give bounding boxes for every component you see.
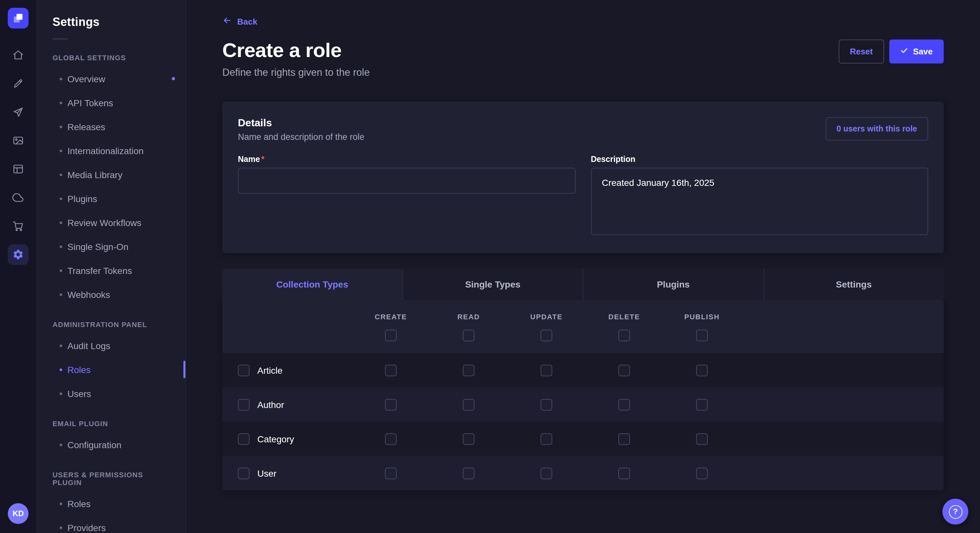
tab-settings[interactable]: Settings	[763, 269, 944, 300]
category-create-checkbox[interactable]	[385, 433, 397, 444]
category-delete-checkbox[interactable]	[618, 433, 630, 444]
article-create-checkbox[interactable]	[385, 364, 397, 376]
subnav-item-email-plugin-configuration[interactable]: Configuration	[37, 433, 185, 457]
nav-media-library-button[interactable]	[8, 130, 29, 151]
article-read-checkbox[interactable]	[463, 364, 474, 376]
select-all-update-checkbox[interactable]	[541, 330, 552, 341]
author-create-checkbox[interactable]	[385, 399, 397, 410]
tab-collection-types[interactable]: Collection Types	[222, 269, 402, 300]
details-card-header: Details Name and description of the role…	[238, 117, 928, 142]
nav-cloud-button[interactable]	[8, 187, 29, 208]
users-with-role-button[interactable]: 0 users with this role	[826, 117, 928, 141]
content-manager-pen-icon	[12, 78, 24, 89]
name-input[interactable]	[238, 168, 575, 194]
nav-settings-gear-button[interactable]	[8, 244, 29, 265]
tab-plugins[interactable]: Plugins	[583, 269, 763, 300]
category-update-checkbox[interactable]	[541, 433, 552, 444]
bullet-icon	[60, 78, 62, 80]
question-mark-icon: ?	[948, 505, 962, 519]
bullet-icon	[60, 293, 62, 296]
subnav-item-global-settings-api-tokens[interactable]: API Tokens	[37, 90, 185, 115]
subnav-item-global-settings-webhooks[interactable]: Webhooks	[37, 282, 185, 306]
category-read-checkbox[interactable]	[463, 433, 474, 444]
back-arrow-icon	[222, 16, 232, 27]
back-label: Back	[237, 16, 257, 26]
user-avatar[interactable]: KD	[8, 503, 29, 524]
subnav-item-global-settings-single-sign-on[interactable]: Single Sign-On	[37, 235, 185, 259]
page-title: Create a role	[222, 38, 944, 63]
reset-button[interactable]: Reset	[839, 40, 884, 63]
subnav-item-global-settings-media-library[interactable]: Media Library	[37, 163, 185, 187]
subnav-item-users-permissions-plugin-roles[interactable]: Roles	[37, 492, 185, 516]
select-all-create-checkbox[interactable]	[385, 330, 397, 341]
subnav-item-global-settings-plugins[interactable]: Plugins	[37, 187, 185, 211]
bullet-icon	[60, 368, 62, 371]
subnav-item-administration-panel-roles[interactable]: Roles	[37, 357, 185, 381]
permissions-card: Collection TypesSingle TypesPluginsSetti…	[222, 269, 944, 490]
subnav-item-global-settings-transfer-tokens[interactable]: Transfer Tokens	[37, 259, 185, 282]
nav-marketplace-cart-button[interactable]	[8, 216, 29, 236]
subnav-section-global-settings: Global SettingsOverviewAPI TokensRelease…	[37, 54, 185, 306]
author-row-checkbox[interactable]	[238, 399, 250, 410]
description-textarea[interactable]: Created January 16th, 2025	[591, 168, 928, 235]
subnav-item-label: Overview	[67, 73, 105, 84]
content-area: Back Create a role Define the rights giv…	[186, 0, 980, 490]
article-delete-checkbox[interactable]	[618, 364, 630, 376]
article-row-checkbox[interactable]	[238, 364, 250, 376]
back-link[interactable]: Back	[222, 16, 257, 27]
author-update-checkbox[interactable]	[541, 399, 552, 410]
bullet-icon	[60, 173, 62, 176]
subnav-item-global-settings-overview[interactable]: Overview	[37, 67, 185, 90]
perm-row-head: Category	[222, 433, 352, 444]
category-publish-checkbox[interactable]	[696, 433, 708, 444]
tab-single-types[interactable]: Single Types	[402, 269, 583, 300]
rail-icons	[8, 45, 29, 265]
subnav-item-label: Providers	[67, 522, 106, 533]
perm-row-label: Author	[257, 399, 284, 409]
perm-row-label: User	[257, 468, 277, 478]
home-icon	[12, 49, 24, 61]
subnav-item-global-settings-releases[interactable]: Releases	[37, 115, 185, 139]
help-button[interactable]: ?	[942, 499, 968, 525]
notification-dot-icon	[172, 77, 175, 80]
category-row-checkbox[interactable]	[238, 433, 250, 444]
select-all-publish-checkbox[interactable]	[696, 330, 708, 341]
article-publish-checkbox[interactable]	[696, 364, 708, 376]
bullet-icon	[60, 245, 62, 248]
strapi-logo[interactable]	[8, 8, 29, 29]
nav-content-type-builder-button[interactable]	[8, 159, 29, 179]
bullet-icon	[60, 125, 62, 128]
user-delete-checkbox[interactable]	[618, 467, 630, 479]
subnav-section-email-plugin: Email PluginConfiguration	[37, 420, 185, 457]
author-publish-checkbox[interactable]	[696, 399, 708, 410]
perm-row-user: User	[222, 456, 944, 490]
required-asterisk: *	[261, 155, 264, 164]
subnav-item-administration-panel-audit-logs[interactable]: Audit Logs	[37, 333, 185, 357]
perm-column-create: CREATE	[352, 313, 430, 341]
subnav-item-label: Single Sign-On	[67, 241, 128, 252]
subnav-item-global-settings-review-workflows[interactable]: Review Workflows	[37, 211, 185, 235]
user-create-checkbox[interactable]	[385, 467, 397, 479]
author-delete-checkbox[interactable]	[618, 399, 630, 410]
bullet-icon	[60, 502, 62, 505]
cloud-icon	[12, 192, 24, 203]
author-read-checkbox[interactable]	[463, 399, 474, 410]
nav-home-button[interactable]	[8, 45, 29, 65]
user-row-checkbox[interactable]	[238, 467, 250, 479]
subnav-item-global-settings-internationalization[interactable]: Internationalization	[37, 139, 185, 163]
subnav-item-users-permissions-plugin-providers[interactable]: Providers	[37, 516, 185, 533]
subnav-section-label: Global Settings	[37, 54, 185, 62]
user-publish-checkbox[interactable]	[696, 467, 708, 479]
subnav-section-administration-panel: Administration PanelAudit LogsRolesUsers	[37, 320, 185, 405]
select-all-read-checkbox[interactable]	[463, 330, 474, 341]
subnav-item-label: Webhooks	[67, 289, 110, 300]
save-button[interactable]: Save	[889, 40, 944, 63]
nav-paper-plane-button[interactable]	[8, 102, 29, 122]
save-label: Save	[913, 47, 933, 56]
article-update-checkbox[interactable]	[541, 364, 552, 376]
subnav-item-administration-panel-users[interactable]: Users	[37, 381, 185, 405]
select-all-delete-checkbox[interactable]	[618, 330, 630, 341]
user-read-checkbox[interactable]	[463, 467, 474, 479]
user-update-checkbox[interactable]	[541, 467, 552, 479]
nav-content-manager-pen-button[interactable]	[8, 73, 29, 94]
